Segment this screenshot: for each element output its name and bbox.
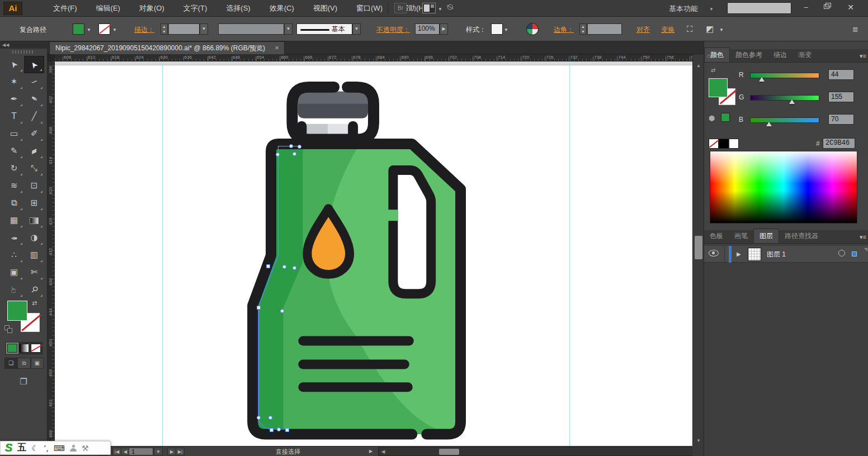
tools-collapse-icon[interactable]: ◀◀ (0, 41, 48, 49)
layer-row[interactable]: ▶ 图层 1 ◥ (704, 246, 868, 263)
slider-value-G[interactable]: 155 (828, 92, 854, 102)
artboard-tool[interactable]: ▣ (4, 264, 24, 281)
horizontal-scrollbar[interactable]: ◀ ▶ (378, 447, 740, 456)
color-button[interactable] (7, 344, 17, 353)
tab-路径查找器[interactable]: 路径查找器 (779, 229, 824, 243)
default-fill-stroke-icon[interactable] (4, 325, 13, 334)
search-input[interactable] (727, 2, 791, 14)
eraser-tool[interactable]: ▰ (24, 142, 44, 160)
opacity-field[interactable]: 100% (415, 23, 440, 35)
visibility-eye-icon[interactable] (709, 250, 719, 256)
anchor-point[interactable] (289, 144, 293, 148)
artboard-field[interactable]: 1 (129, 448, 153, 455)
free-transform-tool[interactable]: ⊡ (24, 177, 44, 194)
slider-track-G[interactable] (750, 95, 819, 101)
ime-fullhalf-icon[interactable]: ☾ (31, 444, 39, 453)
guide-vertical[interactable] (162, 61, 163, 446)
vertical-scroll-thumb[interactable] (695, 236, 702, 259)
fill-caret[interactable]: ▼ (87, 27, 91, 32)
shape-builder-tool[interactable]: ⧉ (4, 194, 24, 212)
next-artboard-button[interactable]: ▶ (167, 448, 176, 455)
workspace-caret[interactable]: ▼ (709, 7, 714, 12)
mesh-tool[interactable]: ▦ (4, 212, 24, 229)
layer-thumbnail[interactable] (748, 248, 761, 261)
white-swatch[interactable] (729, 139, 739, 149)
menu-item-文件[interactable]: 文件(F) (53, 3, 77, 13)
pen-tool[interactable]: ✒ (4, 91, 24, 108)
menu-item-选择[interactable]: 选择(S) (226, 3, 250, 13)
menu-item-对象[interactable]: 对象(O) (139, 3, 164, 13)
stroke-weight-caret[interactable]: ▼ (200, 23, 208, 35)
tab-色板[interactable]: 色板 (704, 229, 729, 243)
anchor-point[interactable] (268, 416, 272, 420)
style-caret[interactable]: ▼ (504, 27, 508, 32)
slice-tool[interactable]: ✄ (24, 264, 44, 281)
ime-user-icon[interactable] (70, 445, 77, 452)
tab-画笔[interactable]: 画笔 (729, 229, 753, 243)
brush-definition-caret[interactable]: ▼ (284, 23, 293, 35)
eyedropper-tool[interactable]: ✒ (4, 229, 24, 246)
scroll-down-icon[interactable]: ▼ (693, 437, 704, 445)
line-segment-tool[interactable]: ╱ (24, 108, 44, 125)
stroke-weight-field[interactable] (168, 23, 200, 35)
tools-grip[interactable] (12, 50, 35, 54)
blend-tool[interactable]: ◑ (24, 229, 44, 246)
anchor-point[interactable] (266, 264, 270, 268)
bridge-button[interactable]: Br (394, 3, 407, 13)
tab-渐变[interactable]: 渐变 (792, 48, 817, 62)
layer-name[interactable]: 图层 1 (767, 250, 786, 259)
resize-grip[interactable] (692, 446, 704, 456)
scroll-left-icon[interactable]: ◀ (379, 448, 387, 455)
pencil-tool[interactable]: ✎ (4, 142, 24, 160)
screen-mode-icon[interactable]: ❐ (12, 374, 35, 389)
anchor-point[interactable] (270, 428, 273, 432)
slider-value-B[interactable]: 70 (828, 114, 854, 125)
layer-expand-icon[interactable]: ▶ (737, 251, 741, 257)
color-panel-menu-icon[interactable]: ▾≡ (860, 53, 866, 60)
stroke-link[interactable]: 描边： (134, 25, 154, 35)
ruler-corner[interactable] (48, 54, 55, 61)
corner-stepper[interactable]: ▲▼ (579, 23, 587, 35)
anchor-point[interactable] (282, 265, 286, 269)
vertical-ruler[interactable]: 396402408414420426432438444450456462468 (48, 61, 55, 446)
arrange-documents-caret[interactable]: ▼ (438, 7, 442, 12)
menu-item-编辑[interactable]: 编辑(E) (96, 3, 120, 13)
draw-behind-icon[interactable]: ⧉ (17, 358, 30, 369)
label-bar-3[interactable] (298, 382, 412, 392)
current-tool-display[interactable]: 直接选择 (276, 448, 300, 456)
tab-close-icon[interactable]: × (275, 44, 279, 52)
none-button[interactable] (31, 344, 41, 353)
isolate-selection-icon[interactable]: ⛶ (687, 24, 693, 34)
select-similar-icon[interactable]: ◩ (706, 24, 714, 34)
brush-definition-field[interactable] (218, 23, 284, 35)
slider-handle-G[interactable] (789, 99, 795, 104)
symbol-sprayer-tool[interactable]: ∴ (4, 246, 24, 264)
ime-punctuation-icon[interactable]: ’, (44, 444, 49, 453)
transform-link[interactable]: 变换 (661, 25, 674, 35)
gradient-tool[interactable] (24, 212, 44, 229)
align-link[interactable]: 对齐 (636, 25, 650, 35)
corner-link[interactable]: 边角： (554, 25, 574, 35)
style-swatch[interactable] (491, 23, 503, 35)
stroke-style-preview[interactable]: 基本 (296, 23, 352, 35)
anchor-point[interactable] (276, 153, 280, 156)
horizontal-scroll-thumb[interactable] (439, 449, 459, 455)
menu-item-窗口[interactable]: 窗口(W) (356, 3, 383, 13)
stroke-weight-stepper[interactable]: ▲▼ (161, 23, 168, 35)
draw-inside-icon[interactable]: ▣ (31, 358, 44, 369)
anchor-point[interactable] (293, 152, 296, 156)
artboard-caret[interactable]: ▼ (154, 448, 163, 455)
anchor-point[interactable] (257, 306, 261, 310)
scroll-up-icon[interactable]: ▲ (693, 62, 704, 70)
tab-图层[interactable]: 图层 (753, 229, 779, 243)
swap-fill-stroke-icon[interactable]: ⇄ (32, 300, 37, 307)
menu-item-效果[interactable]: 效果(C) (270, 3, 294, 13)
rotate-tool[interactable]: ↻ (4, 160, 24, 177)
color-spectrum[interactable] (710, 151, 857, 224)
layers-panel-menu-icon[interactable]: ▾≡ (860, 234, 866, 241)
minimize-button[interactable]: – (795, 0, 817, 15)
stroke-color-swatch[interactable] (98, 23, 110, 35)
document-tab[interactable]: Nipic_29842067_20190905150420890000.ai* … (49, 41, 285, 54)
layer-target-icon[interactable] (838, 250, 845, 256)
opacity-caret[interactable]: ▶ (440, 23, 448, 35)
